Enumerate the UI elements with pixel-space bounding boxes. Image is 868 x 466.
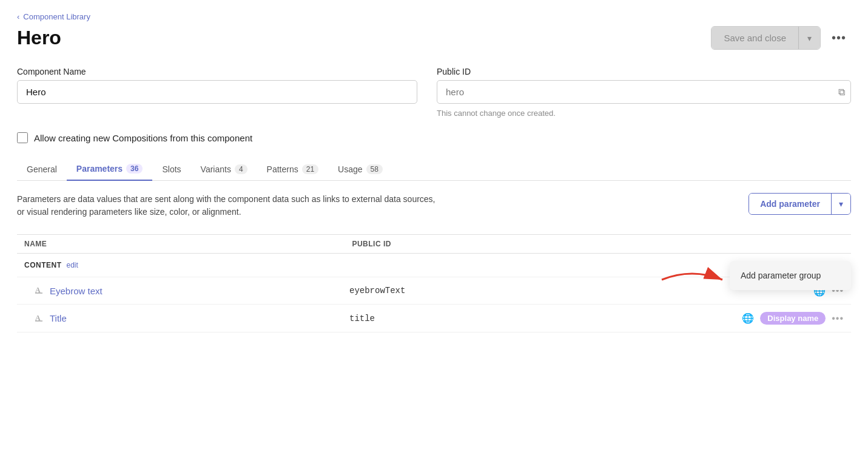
display-name-badge: Display name xyxy=(760,312,826,325)
add-parameter-group: Add parameter ▾ xyxy=(749,193,851,215)
text-type-icon-title: A xyxy=(34,312,44,325)
eyebrow-text-name[interactable]: Eyebrow text xyxy=(50,286,349,296)
tab-parameters[interactable]: Parameters 36 xyxy=(67,158,153,181)
public-id-hint: This cannot change once created. xyxy=(437,109,851,118)
globe-icon-title: 🌐 xyxy=(742,312,754,324)
title-name[interactable]: Title xyxy=(50,313,349,323)
tab-usage-badge: 58 xyxy=(366,164,383,174)
table-header: NAME PUBLIC ID xyxy=(17,234,851,254)
group-edit-link-content[interactable]: edit xyxy=(67,261,78,269)
table-header-name: NAME xyxy=(24,240,352,248)
table-row-title: A Title title 🌐 Display name ••• xyxy=(17,305,851,333)
chevron-down-icon: ▾ xyxy=(807,33,812,43)
tab-patterns-badge: 21 xyxy=(302,164,318,174)
tabs-row: General Parameters 36 Slots Variants 4 P… xyxy=(17,158,851,181)
chevron-down-icon: ▾ xyxy=(839,199,843,209)
public-id-wrapper: ⧉ xyxy=(437,80,851,104)
breadcrumb[interactable]: ‹ Component Library xyxy=(17,12,851,21)
text-type-icon: A xyxy=(34,285,44,297)
save-close-button[interactable]: Save and close xyxy=(712,27,798,49)
form-section: Component Name Public ID ⧉ This cannot c… xyxy=(17,67,851,118)
parameters-description: Parameters are data values that are sent… xyxy=(17,193,442,218)
arrow-annotation xyxy=(656,265,728,297)
tab-variants-label: Variants xyxy=(201,164,231,174)
title-public-id: title xyxy=(349,314,742,323)
page-title: Hero xyxy=(17,27,61,49)
parameters-header-row: Parameters are data values that are sent… xyxy=(17,193,851,228)
add-parameter-dropdown-button[interactable]: ▾ xyxy=(831,194,850,214)
breadcrumb-label: Component Library xyxy=(23,12,90,21)
checkbox-row: Allow creating new Compositions from thi… xyxy=(17,132,851,143)
checkbox-label: Allow creating new Compositions from thi… xyxy=(34,133,252,143)
tab-slots-label: Slots xyxy=(162,164,181,174)
group-label-content: CONTENT xyxy=(24,261,62,269)
header-row: Hero Save and close ▾ ••• xyxy=(17,26,851,50)
component-name-input[interactable] xyxy=(17,80,417,104)
add-parameter-group-item[interactable]: Add parameter group xyxy=(730,263,851,288)
tab-slots[interactable]: Slots xyxy=(152,158,190,180)
tab-general[interactable]: General xyxy=(17,158,67,180)
tab-parameters-label: Parameters xyxy=(76,164,123,174)
tab-variants[interactable]: Variants 4 xyxy=(191,158,257,180)
back-arrow-icon: ‹ xyxy=(17,12,19,21)
title-more-icon[interactable]: ••• xyxy=(832,313,844,324)
tab-parameters-badge: 36 xyxy=(126,164,143,174)
save-close-dropdown-button[interactable]: ▾ xyxy=(798,27,820,49)
tab-patterns[interactable]: Patterns 21 xyxy=(257,158,329,180)
public-id-group: Public ID ⧉ This cannot change once crea… xyxy=(437,67,851,118)
more-actions-button[interactable]: ••• xyxy=(827,27,851,49)
tab-usage-label: Usage xyxy=(338,164,362,174)
title-actions: 🌐 Display name ••• xyxy=(742,312,844,325)
header-actions: Save and close ▾ ••• xyxy=(711,26,851,50)
table-header-public-id: PUBLIC ID xyxy=(352,240,844,248)
save-close-group: Save and close ▾ xyxy=(711,26,821,50)
tab-patterns-label: Patterns xyxy=(267,164,298,174)
allow-compositions-checkbox[interactable] xyxy=(17,132,28,143)
public-id-input[interactable] xyxy=(437,80,851,104)
component-name-label: Component Name xyxy=(17,67,417,76)
component-name-group: Component Name xyxy=(17,67,417,118)
add-parameter-button[interactable]: Add parameter xyxy=(749,194,831,214)
public-id-label: Public ID xyxy=(437,67,851,76)
tab-usage[interactable]: Usage 58 xyxy=(328,158,392,180)
tab-variants-badge: 4 xyxy=(235,164,247,174)
copy-icon[interactable]: ⧉ xyxy=(838,87,845,98)
tab-general-label: General xyxy=(27,164,57,174)
add-parameter-dropdown-popup: Add parameter group xyxy=(730,261,851,290)
